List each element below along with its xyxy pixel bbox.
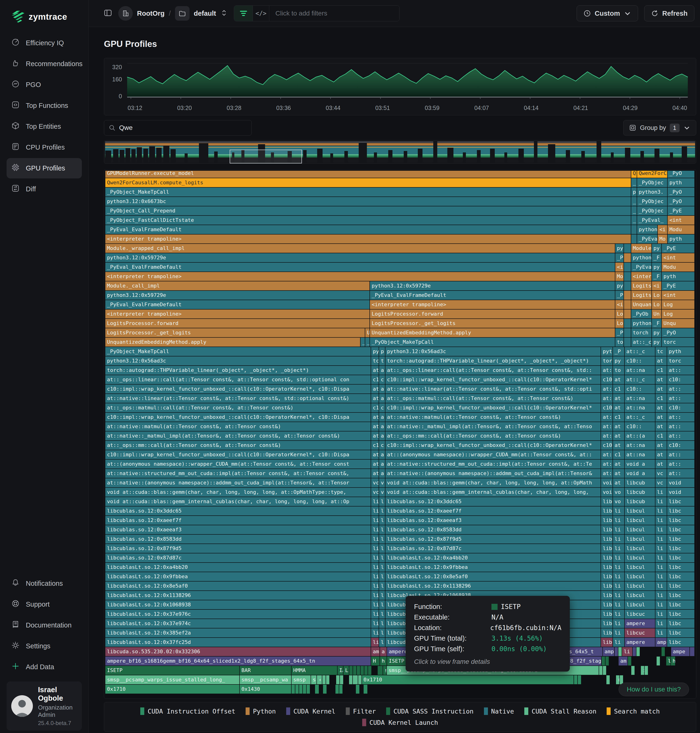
- flame-frame[interactable]: _F: [652, 272, 662, 281]
- flame-frame[interactable]: libcublas.so.12:0x8583dd: [385, 525, 601, 534]
- flame-frame[interactable]: li: [371, 591, 379, 600]
- project-name[interactable]: default: [194, 10, 216, 18]
- flame-frame[interactable]: [624, 291, 631, 300]
- flame-frame[interactable]: pyt: [601, 347, 612, 356]
- flame-frame[interactable]: _PyE: [662, 244, 694, 253]
- flame-frame[interactable]: libc: [667, 600, 694, 609]
- flame-frame[interactable]: lib: [601, 535, 612, 544]
- flame-frame[interactable]: s: [311, 675, 316, 684]
- flame-frame[interactable]: lib: [601, 563, 612, 572]
- flame-frame[interactable]: libcublasLt.so.12:0x8e5af0: [385, 572, 601, 581]
- flame-frame[interactable]: c1: [371, 441, 379, 450]
- flame-frame[interactable]: at: [613, 394, 624, 403]
- flame-frame[interactable]: [578, 675, 581, 684]
- flame-frame[interactable]: c10::: [625, 422, 655, 431]
- flame-frame[interactable]: at: [613, 422, 624, 431]
- flame-frame[interactable]: [615, 647, 618, 656]
- flame-frame[interactable]: libc: [667, 553, 694, 562]
- flame-frame[interactable]: libcul: [625, 525, 655, 534]
- flame-frame[interactable]: li: [656, 553, 667, 562]
- flame-frame[interactable]: Q: [631, 171, 637, 178]
- flame-frame[interactable]: at:: [601, 385, 612, 394]
- flame-frame[interactable]: v: [379, 478, 385, 487]
- user-card[interactable]: Israel Ogbole Organization Admin 25.4.0-…: [7, 682, 82, 731]
- gpu-activity-chart[interactable]: 320 160 0 03:1203:2003:2803:3603:4403:51…: [104, 58, 696, 115]
- flame-frame[interactable]: at: [613, 469, 624, 478]
- flame-frame[interactable]: vc: [371, 488, 379, 497]
- flame-frame[interactable]: [358, 675, 362, 684]
- flame-frame[interactable]: at: [371, 450, 379, 459]
- flame-frame[interactable]: libc: [667, 535, 694, 544]
- flame-frame[interactable]: at::: [667, 422, 694, 431]
- code-filter-icon[interactable]: </>: [253, 6, 269, 21]
- flame-frame[interactable]: at::: [667, 460, 694, 469]
- flame-frame[interactable]: at: [656, 385, 667, 394]
- flame-frame[interactable]: at: [613, 460, 624, 469]
- flame-frame[interactable]: at::_c: [631, 338, 651, 347]
- flame-frame[interactable]: li: [371, 553, 379, 562]
- flame-frame[interactable]: a: [379, 385, 385, 394]
- flame-frame[interactable]: [624, 319, 631, 328]
- flame-frame[interactable]: at:: [601, 366, 612, 375]
- flame-frame[interactable]: _PyEval_: [637, 216, 668, 225]
- flame-frame[interactable]: py: [652, 244, 662, 253]
- flame-frame[interactable]: ISETP: [105, 666, 239, 675]
- flame-frame[interactable]: at::: [667, 394, 694, 403]
- flame-frame[interactable]: libcul: [625, 516, 655, 525]
- flame-frame[interactable]: libcublasLt.so.12:0xa4bb20: [385, 553, 601, 562]
- flame-frame[interactable]: at: [371, 394, 379, 403]
- flame-frame[interactable]: _: [631, 178, 637, 187]
- flame-frame[interactable]: [353, 675, 358, 684]
- sidebar-item-documentation[interactable]: Documentation: [7, 615, 82, 636]
- flame-frame[interactable]: c10:: [667, 441, 694, 450]
- flame-frame[interactable]: libcublasLt.so.12:0x1138296: [385, 582, 601, 591]
- flame-frame[interactable]: Modu: [662, 263, 694, 272]
- flame-frame[interactable]: li: [371, 572, 379, 581]
- flame-frame[interactable]: py: [615, 281, 624, 290]
- flame-frame[interactable]: c10::: [625, 385, 655, 394]
- flame-frame[interactable]: _PyO: [668, 188, 694, 197]
- flame-frame[interactable]: at: [656, 356, 667, 365]
- flame-frame[interactable]: [606, 675, 610, 684]
- flame-frame[interactable]: U: [365, 328, 369, 337]
- flame-frame[interactable]: [690, 647, 694, 656]
- flame-frame[interactable]: [637, 647, 640, 656]
- flame-frame[interactable]: li: [371, 600, 379, 609]
- flame-frame[interactable]: c10:: [667, 375, 694, 384]
- flame-frame[interactable]: void: [667, 488, 694, 497]
- flame-frame[interactable]: [662, 647, 665, 656]
- flame-frame[interactable]: smsp__pcsamp_warps_issue_stalled_long_: [105, 675, 239, 684]
- flame-frame[interactable]: py: [652, 328, 662, 337]
- flame-frame[interactable]: [336, 675, 340, 684]
- flame-frame[interactable]: libcuc: [625, 610, 655, 618]
- flame-frame[interactable]: c10::impl::wrap_kernel_functor_unboxed_:…: [105, 385, 371, 394]
- flame-frame[interactable]: [360, 666, 364, 675]
- flame-frame[interactable]: a: [379, 422, 385, 431]
- flame-frame[interactable]: lib: [601, 525, 612, 534]
- flame-frame[interactable]: _PyObject_MakeTpCall: [105, 188, 631, 197]
- flame-frame[interactable]: li: [656, 610, 667, 618]
- flame-frame[interactable]: at:: [601, 450, 612, 459]
- flame-frame[interactable]: py: [652, 263, 662, 272]
- flame-frame[interactable]: a: [379, 432, 385, 441]
- flame-frame[interactable]: l: [379, 563, 385, 572]
- flame-frame[interactable]: at::_c: [625, 375, 655, 384]
- flame-frame[interactable]: [633, 647, 636, 656]
- flame-frame[interactable]: void a: [625, 469, 655, 478]
- flame-frame[interactable]: l: [379, 516, 385, 525]
- flame-frame[interactable]: libcublas.so.12:0x8583dd: [105, 535, 371, 544]
- flame-frame[interactable]: li: [371, 516, 379, 525]
- flame-frame[interactable]: li: [656, 516, 667, 525]
- refresh-button[interactable]: Refresh: [644, 5, 694, 21]
- flame-frame[interactable]: li: [656, 629, 667, 638]
- flame-frame[interactable]: li: [613, 525, 624, 534]
- flame-frame[interactable]: [574, 675, 577, 684]
- flame-frame[interactable]: at: [371, 385, 379, 394]
- flame-frame[interactable]: BAR: [240, 666, 291, 675]
- flame-frame[interactable]: python3.12:0x59729e: [105, 291, 369, 300]
- flame-frame[interactable]: at: [656, 375, 667, 384]
- flame-frame[interactable]: vc: [656, 469, 667, 478]
- flame-frame[interactable]: libcublasLt.so.12:0x37fc25d: [105, 638, 371, 647]
- flame-frame[interactable]: at: [613, 478, 624, 487]
- flame-frame[interactable]: Log: [662, 310, 694, 319]
